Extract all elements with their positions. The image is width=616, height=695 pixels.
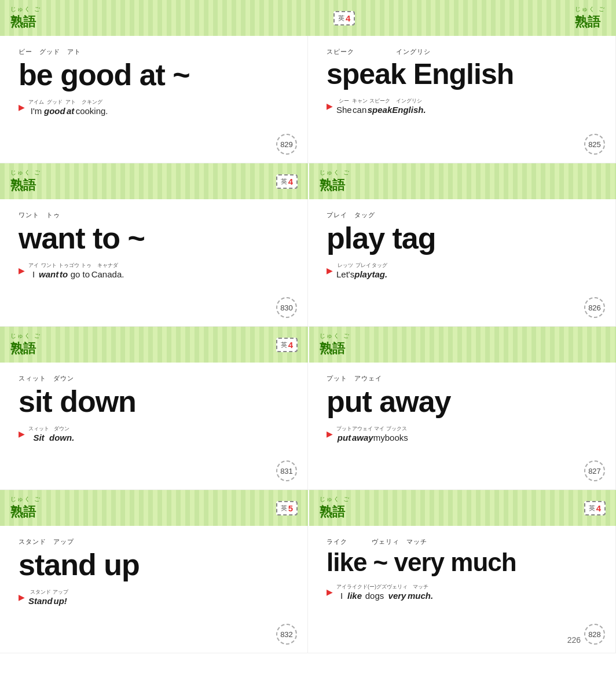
ex-Sit: スィット Sit (28, 425, 49, 442)
ex-away2-word: away (352, 433, 373, 442)
banner2-left-kanji: 熟語 (10, 177, 36, 194)
half-banner-2-left: じゅく ご 熟語 英 4 (0, 163, 308, 199)
ruby-up: アップ (53, 537, 74, 546)
banner4-left-badge: 英 5 (276, 501, 298, 515)
page-number: 226 (567, 635, 581, 645)
top-badge-eng: 英 (338, 14, 344, 23)
ex-ruby-down2: ダウン (54, 425, 69, 433)
ruby-stand-text: スタンド (19, 537, 46, 546)
ex-ruby-much2: マッチ (413, 583, 428, 591)
ex-want2: ワント want (39, 262, 58, 279)
ruby-put: プット (327, 374, 347, 383)
banner4-right-kanji: 熟語 (320, 503, 345, 521)
card-put-away: プット アウェイ put away ▶ プット put アウェイ away (308, 363, 616, 490)
banner3-right-kanji: 熟語 (320, 340, 345, 357)
banner3-right-small: じゅく ご (320, 332, 350, 340)
ex-I-wantto-word: I (32, 269, 35, 279)
ex-speak: スピーク speak (368, 97, 393, 115)
ex-away2: アウェイ away (352, 425, 373, 442)
ex-at: アト at (65, 98, 76, 116)
top-banner: じゅく ご 熟語 英 4 じゅく ご 熟語 (0, 0, 616, 36)
ex-put2: プット put (336, 425, 352, 442)
triangle-playtag: ▶ (327, 266, 333, 275)
ruby-sit: スィット (19, 374, 46, 383)
card-number-832: 832 (276, 624, 297, 645)
ex-ruby-play2: プレイ (355, 262, 371, 269)
ruby-be: ビー (19, 47, 32, 56)
half-banner-2-right: じゅく ご 熟語 (308, 163, 616, 199)
cards-row-4: スタンド アップ stand up ▶ スタンド Stand アップ up! 8… (0, 526, 616, 653)
ex-play2-word: play (354, 269, 372, 279)
half-banner-3-right: じゅく ご 熟語 (308, 327, 616, 363)
ex-dogs: ド(ー)グズ dogs (362, 583, 387, 601)
ex-want2-word: want (39, 269, 58, 279)
ex-much2: マッチ much. (408, 583, 433, 601)
ruby-be-text: ビー (19, 47, 32, 56)
banner2-left-badge: 英 4 (276, 174, 298, 189)
top-badge-num: 4 (346, 13, 350, 23)
ex-play2: プレイ play (354, 262, 372, 279)
ex-go-to: ゴウ トゥ go to (69, 262, 91, 279)
ruby-very: ヴェリィ (372, 537, 399, 546)
ex-tag2: タッグ tag. (372, 262, 387, 279)
ruby-up-text: アップ (53, 537, 74, 546)
ruby-good: グッド (39, 47, 60, 56)
ex-ruby-tag2: タッグ (372, 262, 387, 269)
banner3-left-badge: 英 4 (276, 338, 298, 352)
ruby-away-text: アウェイ (354, 374, 382, 383)
ex-cooking-word: cooking. (76, 106, 108, 116)
ex-Im-word: I'm (31, 106, 42, 116)
ex-canada: キャナダ Canada. (91, 262, 124, 279)
ex-to2: トゥ to (58, 262, 69, 279)
triangle-likevm: ▶ (327, 587, 333, 597)
card-be-good-at: ビー グッド アト be good at ~ ▶ アイム I'm グッド (0, 36, 308, 163)
ex-ruby-lets: レッツ (338, 262, 353, 269)
banner3-left-kanji: 熟語 (10, 340, 36, 357)
ruby-to-text: トゥ (46, 211, 60, 220)
top-grade-badge: 英 4 (333, 11, 355, 25)
example-row-wantto: ▶ アイ I ワント want トゥ to ゴウ トゥ go to (19, 262, 289, 279)
card-like-very-much: ライク ヴェリィ マッチ like ~ very much ▶ アイ I ライク (308, 526, 616, 653)
ex-good: グッド good (44, 98, 65, 116)
ex-I-like-word: I (340, 591, 343, 601)
ex-ruby-Im: アイム (28, 98, 44, 106)
ex-down2: ダウン down. (49, 425, 74, 442)
ex-my-word: my (373, 433, 385, 442)
phrase-want-to: want to ~ (19, 222, 289, 255)
card-ruby-row: ビー グッド アト (19, 47, 289, 56)
triangle-putaway: ▶ (327, 429, 333, 438)
ruby-much-text: マッチ (406, 537, 427, 546)
card-ruby-standup: スタンド アップ (19, 537, 289, 546)
card-sit-down: スィット ダウン sit down ▶ スィット Sit ダウン down. 8… (0, 363, 308, 490)
banner4-left-small: じゅく ご (10, 495, 41, 503)
ex-she: シー She (336, 97, 352, 115)
banner2-right-small: じゅく ご (320, 169, 350, 177)
banner2-left-badge-num: 4 (288, 177, 293, 186)
cards-row-1: ビー グッド アト be good at ~ ▶ アイム I'm グッド (0, 36, 616, 163)
card-number-831: 831 (276, 460, 297, 481)
ruby-like: ライク (327, 537, 347, 546)
ex-can: キャン can (352, 97, 368, 115)
page: じゅく ご 熟語 英 4 じゅく ご 熟語 ビー グッド (0, 0, 616, 653)
phrase-put-away: put away (327, 385, 597, 418)
ex-ruby-I-wantto: アイ (28, 262, 39, 269)
ex-much2-word: much. (408, 591, 433, 601)
ex-Stand: スタンド Stand (28, 588, 53, 606)
banner2-left-small: じゅく ご (10, 169, 41, 177)
ruby-good-text: グッド (39, 47, 60, 56)
ex-can-word: can (353, 105, 366, 115)
banner2-right-kanji: 熟語 (320, 177, 345, 194)
top-banner-right-label: じゅく ご 熟語 (575, 5, 606, 31)
ex-speak-word: speak (368, 105, 393, 115)
card-ruby-row-speak: スピーク イングリシ (327, 47, 597, 56)
card-stand-up: スタンド アップ stand up ▶ スタンド Stand アップ up! 8… (0, 526, 308, 653)
banner3-left-badge-eng: 英 (281, 341, 287, 349)
card-ruby-putaway: プット アウェイ (327, 374, 597, 383)
ex-ruby-Stand: スタンド (30, 588, 51, 596)
ruby-like-text: ライク (327, 537, 347, 546)
ex-tag2-word: tag. (372, 269, 387, 279)
ruby-speak-text: スピーク (327, 47, 354, 56)
ex-ruby-want2: ワント (41, 262, 57, 269)
ex-ruby-Sit: スィット (28, 425, 49, 433)
cards-row-2: ワント トゥ want to ~ ▶ アイ I ワント want トゥ (0, 199, 616, 327)
